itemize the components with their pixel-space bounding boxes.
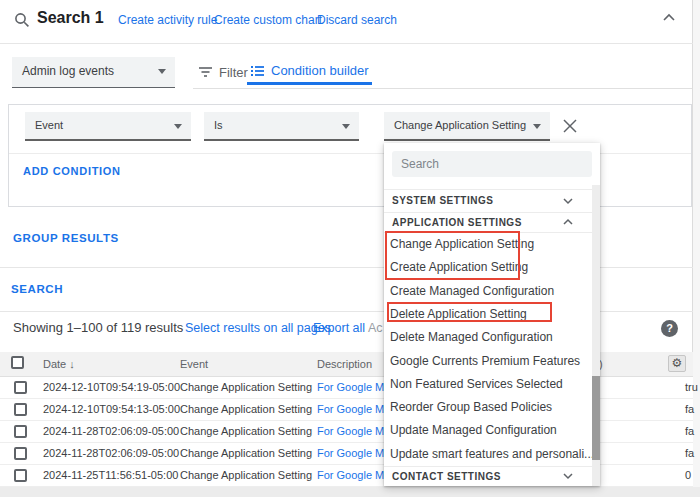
dropdown-item-reorder-group-based-policies[interactable]: Reorder Group Based Policies: [384, 396, 592, 419]
select-all-pages-link[interactable]: Select results on all pages: [185, 321, 331, 335]
add-condition-button[interactable]: ADD CONDITION: [23, 165, 121, 177]
cell-date: 2024-12-10T09:54:13-05:00: [43, 399, 180, 420]
cell-event: Change Application Setting: [180, 399, 312, 420]
page-bottom-strip: [0, 487, 700, 497]
chevron-down-icon: [562, 472, 574, 480]
help-icon[interactable]: ?: [661, 320, 678, 337]
cell-value: tru: [685, 377, 698, 398]
condition-operator-select[interactable]: Is: [204, 112, 359, 141]
cell-date: 2024-11-28T02:06:09-05:00: [43, 421, 179, 442]
tab-filter-label: Filter: [219, 65, 248, 80]
chevron-down-icon: [342, 124, 350, 129]
row-checkbox[interactable]: [14, 381, 27, 394]
dropdown-item-non-featured-services-selected[interactable]: Non Featured Services Selected: [384, 373, 592, 396]
dropdown-search-input[interactable]: [392, 151, 592, 177]
condition-value-text: Change Application Setting: [394, 112, 526, 139]
dropdown-search-box: [392, 151, 592, 177]
remove-condition-icon[interactable]: [559, 115, 581, 137]
dropdown-item-update-smart-features[interactable]: Update smart features and personali...: [384, 443, 592, 466]
cell-event: Change Application Setting: [180, 465, 312, 486]
row-checkbox[interactable]: [14, 447, 27, 460]
highlight-box-delete-application-setting: [387, 302, 552, 322]
search-icon: [14, 12, 30, 28]
section-label: SYSTEM SETTINGS: [392, 195, 493, 206]
collapse-chevron-up-icon[interactable]: [662, 13, 676, 22]
cell-value: fa: [685, 399, 694, 420]
chevron-down-icon: [174, 124, 182, 129]
section-label: APPLICATION SETTINGS: [392, 217, 522, 228]
condition-operator-value: Is: [214, 112, 223, 139]
column-header-description[interactable]: Description: [317, 358, 372, 370]
tab-condition-builder[interactable]: Condition builder: [247, 59, 372, 85]
dropdown-item-create-managed-configuration[interactable]: Create Managed Configuration: [384, 280, 592, 303]
results-summary: Showing 1–100 of 119 results: [13, 320, 183, 335]
chevron-down-icon: [562, 197, 574, 205]
column-settings-gear-icon[interactable]: ⚙: [668, 355, 686, 372]
tab-condition-builder-label: Condition builder: [271, 63, 369, 78]
search-section[interactable]: SEARCH: [11, 283, 63, 295]
dropdown-section-application-settings[interactable]: APPLICATION SETTINGS: [384, 212, 600, 232]
cell-date: 2024-11-28T02:06:09-05:00: [43, 443, 179, 464]
group-results-section[interactable]: GROUP RESULTS: [13, 232, 119, 244]
topbar-divider: [0, 43, 693, 44]
discard-search-link[interactable]: Discard search: [317, 13, 397, 27]
tabs-divider: [193, 88, 692, 89]
column-header-event[interactable]: Event: [180, 358, 208, 370]
tab-filter[interactable]: Filter: [198, 59, 248, 85]
dropdown-section-contact-settings[interactable]: CONTACT SETTINGS: [384, 466, 600, 486]
cell-value: 0: [685, 465, 691, 486]
export-all-link[interactable]: Export all: [313, 321, 365, 335]
cell-date: 2024-12-10T09:54:19-05:00: [43, 377, 180, 398]
row-checkbox[interactable]: [14, 403, 27, 416]
chevron-down-icon: [533, 124, 541, 129]
dropdown-item-delete-managed-configuration[interactable]: Delete Managed Configuration: [384, 326, 592, 349]
cell-event: Change Application Setting: [180, 443, 312, 464]
condition-builder-icon: [250, 65, 265, 77]
row-checkbox[interactable]: [14, 469, 27, 482]
condition-field-value: Event: [35, 112, 63, 139]
data-source-select[interactable]: Admin log events: [12, 57, 175, 88]
cell-event: Change Application Setting: [180, 421, 312, 442]
cell-event: Change Application Setting: [180, 377, 312, 398]
audit-investigation-page: Search 1 Create activity rule Create cus…: [0, 0, 700, 497]
condition-value-select[interactable]: Change Application Setting: [384, 112, 550, 141]
chevron-up-icon: [562, 218, 574, 226]
create-custom-chart-link[interactable]: Create custom chart: [214, 13, 322, 27]
actions-button[interactable]: Ac: [368, 321, 383, 335]
row-checkbox[interactable]: [14, 425, 27, 438]
dropdown-scrollbar-thumb[interactable]: [592, 376, 600, 460]
chevron-down-icon: [158, 69, 166, 74]
page-title: Search 1: [37, 9, 104, 27]
highlight-box-change-create-application-setting: [385, 231, 520, 280]
dropdown-item-update-managed-configuration[interactable]: Update Managed Configuration: [384, 419, 592, 442]
filter-icon: [198, 66, 213, 78]
dropdown-item-google-currents-premium-features[interactable]: Google Currents Premium Features: [384, 350, 592, 373]
dropdown-section-system-settings[interactable]: SYSTEM SETTINGS: [384, 189, 600, 212]
cell-date: 2024-11-25T11:56:51-05:00: [43, 465, 178, 486]
column-header-date[interactable]: Date ↓: [43, 358, 75, 370]
condition-field-select[interactable]: Event: [25, 112, 191, 141]
cell-value: fa: [685, 421, 694, 442]
sort-down-icon: ↓: [69, 358, 75, 370]
create-activity-rule-link[interactable]: Create activity rule: [118, 13, 217, 27]
data-source-value: Admin log events: [22, 57, 114, 86]
cell-value: fa: [685, 443, 694, 464]
select-all-checkbox[interactable]: [11, 356, 24, 369]
section-label: CONTACT SETTINGS: [392, 471, 501, 482]
